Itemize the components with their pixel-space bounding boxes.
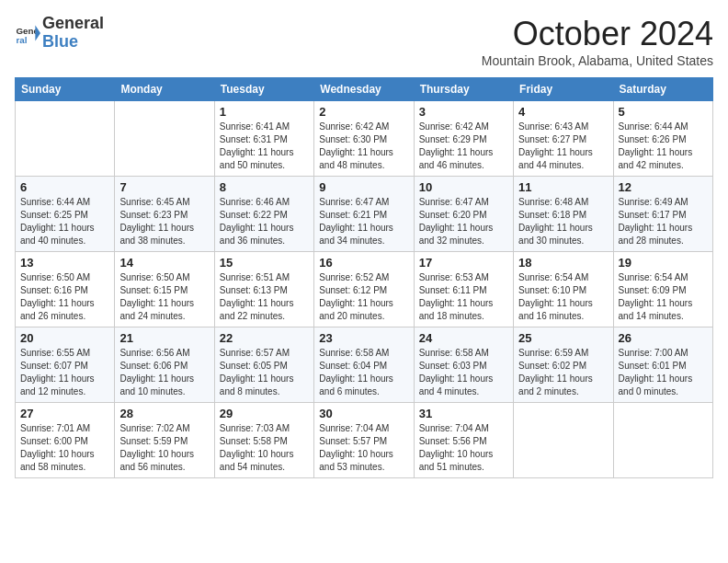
day-number: 29 xyxy=(220,407,309,420)
calendar-cell: 22Sunrise: 6:57 AM Sunset: 6:05 PM Dayli… xyxy=(214,327,313,403)
calendar-cell: 29Sunrise: 7:03 AM Sunset: 5:58 PM Dayli… xyxy=(214,403,313,478)
day-number: 12 xyxy=(619,180,708,194)
weekday-header-thursday: Thursday xyxy=(414,78,513,101)
weekday-header-sunday: Sunday xyxy=(16,78,115,101)
day-number: 9 xyxy=(319,180,408,194)
calendar-cell: 11Sunrise: 6:48 AM Sunset: 6:18 PM Dayli… xyxy=(514,177,613,252)
day-number: 20 xyxy=(20,331,109,345)
day-number: 17 xyxy=(419,256,508,270)
day-info: Sunrise: 7:03 AM Sunset: 5:58 PM Dayligh… xyxy=(220,422,309,474)
calendar-cell: 30Sunrise: 7:04 AM Sunset: 5:57 PM Dayli… xyxy=(314,403,414,478)
day-number: 22 xyxy=(220,331,309,345)
day-number: 5 xyxy=(619,105,708,119)
svg-text:ral: ral xyxy=(16,35,27,45)
day-number: 7 xyxy=(119,180,209,194)
day-number: 24 xyxy=(419,331,508,345)
day-info: Sunrise: 6:50 AM Sunset: 6:15 PM Dayligh… xyxy=(119,271,209,323)
day-info: Sunrise: 6:45 AM Sunset: 6:23 PM Dayligh… xyxy=(119,196,209,247)
week-row-4: 27Sunrise: 7:01 AM Sunset: 6:00 PM Dayli… xyxy=(16,403,713,478)
calendar-cell: 21Sunrise: 6:56 AM Sunset: 6:06 PM Dayli… xyxy=(115,327,214,403)
day-number: 18 xyxy=(518,256,608,270)
calendar-cell: 15Sunrise: 6:51 AM Sunset: 6:13 PM Dayli… xyxy=(214,252,313,327)
day-number: 23 xyxy=(319,331,408,345)
day-info: Sunrise: 7:02 AM Sunset: 5:59 PM Dayligh… xyxy=(119,422,209,474)
week-row-3: 20Sunrise: 6:55 AM Sunset: 6:07 PM Dayli… xyxy=(16,327,713,403)
day-number: 11 xyxy=(518,180,608,194)
calendar-cell: 4Sunrise: 6:43 AM Sunset: 6:27 PM Daylig… xyxy=(514,101,613,177)
day-info: Sunrise: 6:42 AM Sunset: 6:29 PM Dayligh… xyxy=(419,121,508,172)
calendar-cell: 12Sunrise: 6:49 AM Sunset: 6:17 PM Dayli… xyxy=(613,177,712,252)
day-info: Sunrise: 6:53 AM Sunset: 6:11 PM Dayligh… xyxy=(419,271,508,323)
calendar-cell: 9Sunrise: 6:47 AM Sunset: 6:21 PM Daylig… xyxy=(314,177,414,252)
calendar-cell: 2Sunrise: 6:42 AM Sunset: 6:30 PM Daylig… xyxy=(314,101,414,177)
calendar-cell: 1Sunrise: 6:41 AM Sunset: 6:31 PM Daylig… xyxy=(214,101,313,177)
day-number: 8 xyxy=(220,180,309,194)
week-row-1: 6Sunrise: 6:44 AM Sunset: 6:25 PM Daylig… xyxy=(16,177,713,252)
day-number: 25 xyxy=(518,331,608,345)
day-number: 15 xyxy=(220,256,309,270)
calendar-table: SundayMondayTuesdayWednesdayThursdayFrid… xyxy=(15,77,713,478)
day-number: 2 xyxy=(319,105,408,119)
calendar-cell: 28Sunrise: 7:02 AM Sunset: 5:59 PM Dayli… xyxy=(115,403,214,478)
day-number: 30 xyxy=(319,407,408,420)
calendar-cell: 27Sunrise: 7:01 AM Sunset: 6:00 PM Dayli… xyxy=(16,403,115,478)
header: Gene ral General Blue October 2024 Mount… xyxy=(15,15,713,68)
day-info: Sunrise: 6:59 AM Sunset: 6:02 PM Dayligh… xyxy=(518,347,608,398)
calendar-cell: 14Sunrise: 6:50 AM Sunset: 6:15 PM Dayli… xyxy=(115,252,214,327)
calendar-cell: 16Sunrise: 6:52 AM Sunset: 6:12 PM Dayli… xyxy=(314,252,414,327)
day-number: 27 xyxy=(20,407,109,420)
calendar-cell: 3Sunrise: 6:42 AM Sunset: 6:29 PM Daylig… xyxy=(414,101,513,177)
calendar-cell: 19Sunrise: 6:54 AM Sunset: 6:09 PM Dayli… xyxy=(613,252,712,327)
day-info: Sunrise: 6:54 AM Sunset: 6:10 PM Dayligh… xyxy=(518,271,608,323)
day-number: 1 xyxy=(220,105,309,119)
title-area: October 2024 Mountain Brook, Alabama, Un… xyxy=(482,15,713,68)
calendar-cell: 6Sunrise: 6:44 AM Sunset: 6:25 PM Daylig… xyxy=(16,177,115,252)
calendar-cell: 17Sunrise: 6:53 AM Sunset: 6:11 PM Dayli… xyxy=(414,252,513,327)
calendar-cell xyxy=(613,403,712,478)
day-number: 4 xyxy=(518,105,608,119)
calendar-cell: 24Sunrise: 6:58 AM Sunset: 6:03 PM Dayli… xyxy=(414,327,513,403)
day-info: Sunrise: 6:55 AM Sunset: 6:07 PM Dayligh… xyxy=(20,347,109,398)
logo-icon: Gene ral xyxy=(15,20,40,46)
location-title: Mountain Brook, Alabama, United States xyxy=(482,53,713,68)
week-row-0: 1Sunrise: 6:41 AM Sunset: 6:31 PM Daylig… xyxy=(16,101,713,177)
day-number: 10 xyxy=(419,180,508,194)
day-number: 19 xyxy=(619,256,708,270)
day-info: Sunrise: 7:04 AM Sunset: 5:57 PM Dayligh… xyxy=(319,422,408,474)
calendar-cell: 26Sunrise: 7:00 AM Sunset: 6:01 PM Dayli… xyxy=(613,327,712,403)
day-info: Sunrise: 6:47 AM Sunset: 6:21 PM Dayligh… xyxy=(319,196,408,247)
day-info: Sunrise: 6:58 AM Sunset: 6:03 PM Dayligh… xyxy=(419,347,508,398)
calendar-cell xyxy=(115,101,214,177)
day-info: Sunrise: 6:43 AM Sunset: 6:27 PM Dayligh… xyxy=(518,121,608,172)
calendar-cell: 31Sunrise: 7:04 AM Sunset: 5:56 PM Dayli… xyxy=(414,403,513,478)
day-info: Sunrise: 6:49 AM Sunset: 6:17 PM Dayligh… xyxy=(619,196,708,247)
calendar-cell: 25Sunrise: 6:59 AM Sunset: 6:02 PM Dayli… xyxy=(514,327,613,403)
calendar-cell: 5Sunrise: 6:44 AM Sunset: 6:26 PM Daylig… xyxy=(613,101,712,177)
day-number: 26 xyxy=(619,331,708,345)
day-number: 21 xyxy=(119,331,209,345)
day-info: Sunrise: 6:51 AM Sunset: 6:13 PM Dayligh… xyxy=(220,271,309,323)
day-info: Sunrise: 6:48 AM Sunset: 6:18 PM Dayligh… xyxy=(518,196,608,247)
calendar-cell: 18Sunrise: 6:54 AM Sunset: 6:10 PM Dayli… xyxy=(514,252,613,327)
day-info: Sunrise: 6:58 AM Sunset: 6:04 PM Dayligh… xyxy=(319,347,408,398)
weekday-header-row: SundayMondayTuesdayWednesdayThursdayFrid… xyxy=(16,78,713,101)
week-row-2: 13Sunrise: 6:50 AM Sunset: 6:16 PM Dayli… xyxy=(16,252,713,327)
day-info: Sunrise: 6:46 AM Sunset: 6:22 PM Dayligh… xyxy=(220,196,309,247)
day-info: Sunrise: 6:56 AM Sunset: 6:06 PM Dayligh… xyxy=(119,347,209,398)
day-number: 28 xyxy=(119,407,209,420)
day-info: Sunrise: 6:44 AM Sunset: 6:26 PM Dayligh… xyxy=(619,121,708,172)
calendar-cell: 23Sunrise: 6:58 AM Sunset: 6:04 PM Dayli… xyxy=(314,327,414,403)
weekday-header-saturday: Saturday xyxy=(613,78,712,101)
day-number: 16 xyxy=(319,256,408,270)
weekday-header-tuesday: Tuesday xyxy=(214,78,313,101)
day-number: 6 xyxy=(20,180,109,194)
day-info: Sunrise: 6:50 AM Sunset: 6:16 PM Dayligh… xyxy=(20,271,109,323)
weekday-header-friday: Friday xyxy=(514,78,613,101)
calendar-cell: 8Sunrise: 6:46 AM Sunset: 6:22 PM Daylig… xyxy=(214,177,313,252)
logo: Gene ral General Blue xyxy=(15,15,104,52)
day-info: Sunrise: 6:41 AM Sunset: 6:31 PM Dayligh… xyxy=(220,121,309,172)
calendar-cell: 10Sunrise: 6:47 AM Sunset: 6:20 PM Dayli… xyxy=(414,177,513,252)
day-number: 31 xyxy=(419,407,508,420)
calendar-cell xyxy=(16,101,115,177)
day-info: Sunrise: 6:47 AM Sunset: 6:20 PM Dayligh… xyxy=(419,196,508,247)
